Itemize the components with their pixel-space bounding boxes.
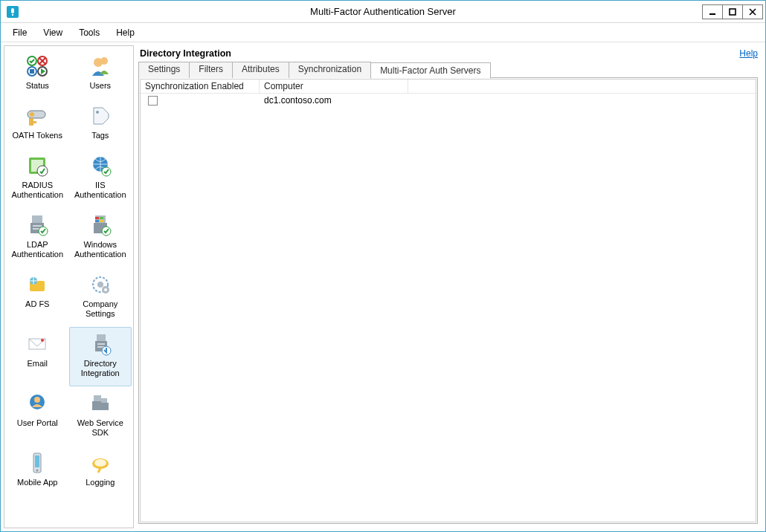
svg-rect-58 bbox=[100, 403, 109, 410]
sidebar-item-tags[interactable]: Tags bbox=[69, 99, 132, 149]
sidebar-item-radius[interactable]: RADIUS Authentication bbox=[6, 149, 69, 208]
page-title: Directory Integration bbox=[140, 48, 231, 59]
sidebar-item-label: Directory Integration bbox=[71, 359, 130, 378]
sidebar: StatusUsersOATH TokensTagsRADIUS Authent… bbox=[4, 45, 134, 528]
sidebar-item-label: LDAP Authentication bbox=[8, 240, 67, 259]
sidebar-item-users[interactable]: Users bbox=[69, 49, 132, 99]
svg-rect-12 bbox=[30, 69, 34, 74]
mobile-icon bbox=[24, 450, 51, 476]
titlebar: Multi-Factor Authentication Server bbox=[1, 1, 765, 23]
svg-point-43 bbox=[97, 282, 103, 288]
listview-header: Synchronization Enabled Computer bbox=[141, 80, 756, 94]
svg-rect-27 bbox=[32, 215, 42, 223]
main-panel: Directory Integration Help SettingsFilte… bbox=[137, 45, 762, 528]
sidebar-item-mobile[interactable]: Mobile App bbox=[6, 446, 69, 496]
sidebar-item-label: OATH Tokens bbox=[13, 131, 62, 140]
sidebar-item-wssdk[interactable]: Web Service SDK bbox=[69, 386, 132, 446]
sidebar-item-portal[interactable]: User Portal bbox=[6, 386, 69, 446]
sidebar-item-label: Windows Authentication bbox=[71, 240, 130, 259]
sidebar-item-company[interactable]: Company Settings bbox=[69, 267, 132, 327]
dirint-icon bbox=[87, 331, 114, 357]
tab-strip: SettingsFiltersAttributesSynchronization… bbox=[138, 62, 758, 78]
logging-icon bbox=[87, 450, 114, 476]
sidebar-item-winauth[interactable]: Windows Authentication bbox=[69, 208, 132, 267]
body: StatusUsersOATH TokensTagsRADIUS Authent… bbox=[1, 42, 765, 531]
cell-computer: dc1.contoso.com bbox=[260, 95, 408, 106]
users-icon bbox=[87, 53, 114, 80]
svg-point-45 bbox=[104, 288, 107, 291]
help-link[interactable]: Help bbox=[739, 48, 758, 59]
sidebar-item-label: Company Settings bbox=[71, 299, 130, 319]
servers-listview[interactable]: Synchronization Enabled Computer dc1.con… bbox=[140, 79, 756, 522]
email-icon bbox=[24, 331, 51, 357]
sync-checkbox[interactable] bbox=[148, 96, 158, 106]
winauth-icon bbox=[87, 212, 114, 239]
menubar: File View Tools Help bbox=[1, 23, 765, 42]
tab-filters[interactable]: Filters bbox=[189, 62, 233, 78]
svg-point-54 bbox=[34, 397, 40, 403]
sidebar-item-logging[interactable]: Logging bbox=[69, 446, 132, 496]
svg-rect-36 bbox=[95, 220, 99, 222]
svg-rect-48 bbox=[97, 334, 106, 341]
col-sync-enabled[interactable]: Synchronization Enabled bbox=[141, 80, 260, 93]
svg-point-18 bbox=[30, 112, 34, 117]
menu-view[interactable]: View bbox=[36, 25, 70, 40]
tab-multi-factor-auth-servers[interactable]: Multi-Factor Auth Servers bbox=[370, 62, 490, 79]
svg-rect-50 bbox=[97, 343, 105, 345]
company-icon bbox=[87, 271, 114, 298]
tags-icon bbox=[87, 103, 114, 129]
svg-point-16 bbox=[100, 57, 108, 65]
sidebar-item-label: IIS Authentication bbox=[71, 181, 130, 200]
sidebar-item-label: Mobile App bbox=[17, 478, 57, 487]
svg-rect-20 bbox=[29, 121, 36, 123]
tab-synchronization[interactable]: Synchronization bbox=[289, 62, 371, 78]
sidebar-item-label: Logging bbox=[86, 478, 115, 487]
ldap-icon bbox=[24, 212, 51, 239]
svg-marker-14 bbox=[41, 68, 45, 74]
menu-tools[interactable]: Tools bbox=[71, 25, 107, 40]
sidebar-item-adfs[interactable]: AD FS bbox=[6, 267, 69, 327]
main-header: Directory Integration Help bbox=[138, 47, 758, 62]
sidebar-item-label: Users bbox=[89, 81, 111, 91]
cell-sync-enabled bbox=[141, 95, 260, 106]
sidebar-item-label: User Portal bbox=[17, 418, 58, 428]
sidebar-item-label: Web Service SDK bbox=[71, 418, 130, 438]
window-title: Multi-Factor Authentication Server bbox=[1, 6, 765, 17]
sidebar-item-ldap[interactable]: LDAP Authentication bbox=[6, 208, 69, 267]
svg-point-61 bbox=[36, 470, 39, 472]
server-row[interactable]: dc1.contoso.com bbox=[141, 94, 756, 107]
svg-rect-60 bbox=[35, 455, 39, 467]
oath-icon bbox=[24, 103, 51, 129]
sidebar-item-label: RADIUS Authentication bbox=[8, 181, 67, 200]
svg-point-47 bbox=[41, 339, 44, 342]
app-window: Multi-Factor Authentication Server File … bbox=[0, 0, 766, 532]
sidebar-item-status[interactable]: Status bbox=[6, 49, 69, 99]
sidebar-item-dirint[interactable]: Directory Integration bbox=[69, 327, 132, 386]
radius-icon bbox=[24, 152, 51, 179]
sidebar-item-label: Status bbox=[26, 81, 49, 91]
wssdk-icon bbox=[87, 390, 114, 417]
sidebar-item-label: Email bbox=[27, 359, 48, 369]
svg-rect-29 bbox=[33, 225, 42, 227]
sidebar-item-label: AD FS bbox=[25, 299, 49, 309]
svg-point-21 bbox=[96, 111, 99, 114]
menu-help[interactable]: Help bbox=[109, 25, 142, 40]
menu-file[interactable]: File bbox=[5, 25, 34, 40]
svg-rect-57 bbox=[101, 398, 107, 403]
svg-rect-34 bbox=[95, 217, 99, 219]
svg-point-63 bbox=[94, 459, 106, 467]
svg-rect-35 bbox=[100, 217, 103, 219]
svg-rect-55 bbox=[94, 395, 101, 401]
col-computer[interactable]: Computer bbox=[260, 80, 408, 93]
svg-rect-37 bbox=[100, 220, 103, 222]
sidebar-item-iis[interactable]: IIS Authentication bbox=[69, 149, 132, 208]
sidebar-item-oath[interactable]: OATH Tokens bbox=[6, 99, 69, 149]
iis-icon bbox=[87, 152, 114, 179]
tab-settings[interactable]: Settings bbox=[138, 62, 190, 78]
tab-panel: Synchronization Enabled Computer dc1.con… bbox=[138, 77, 758, 524]
tab-attributes[interactable]: Attributes bbox=[232, 62, 289, 78]
sidebar-item-email[interactable]: Email bbox=[6, 327, 69, 386]
status-icon bbox=[24, 53, 51, 80]
portal-icon bbox=[24, 390, 51, 417]
adfs-icon bbox=[24, 271, 51, 298]
